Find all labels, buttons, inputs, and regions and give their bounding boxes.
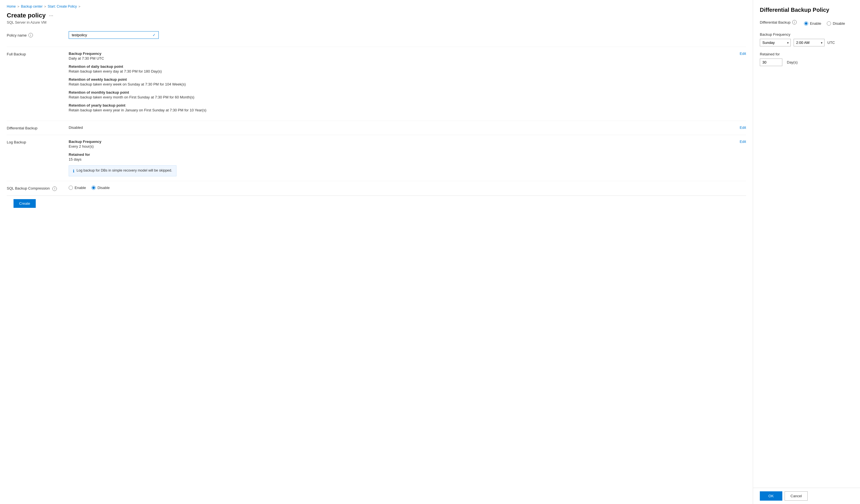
sql-compression-disable-option[interactable]: Disable — [91, 186, 110, 190]
full-backup-frequency-value: Daily at 7:30 PM UTC — [69, 56, 206, 60]
rp-differential-backup-label: Differential Backup i — [760, 20, 797, 25]
rp-differential-info-icon[interactable]: i — [792, 20, 797, 25]
breadcrumb-current: Start: Create Policy — [48, 4, 77, 9]
log-backup-retained-group: Retained for 15 days — [69, 152, 176, 161]
retention-weekly-value: Retain backup taken every week on Sunday… — [69, 82, 206, 86]
retention-daily-value: Retain backup taken every day at 7:30 PM… — [69, 69, 206, 73]
log-backup-frequency-value: Every 2 hour(s) — [69, 144, 176, 148]
create-button[interactable]: Create — [14, 199, 36, 208]
breadcrumb-sep2: > — [44, 5, 46, 8]
rp-time-select-wrapper: 12:00 AM 1:00 AM 2:00 AM 3:00 AM 4:00 AM… — [793, 39, 825, 46]
log-backup-info-box: ℹ Log backup for DBs in simple recovery … — [69, 165, 176, 176]
sql-compression-content: Enable Disable — [69, 186, 746, 190]
sql-compression-radio-group: Enable Disable — [69, 186, 746, 190]
log-backup-info-icon: ℹ — [73, 169, 74, 173]
full-backup-content: Backup Frequency Daily at 7:30 PM UTC Re… — [69, 51, 746, 116]
rp-differential-radio-group: Enable Disable — [804, 21, 845, 26]
right-bottom-bar: OK Cancel — [753, 488, 860, 504]
rp-disable-radio[interactable] — [827, 21, 831, 26]
log-backup-info-text: Log backup for DBs in simple recovery mo… — [76, 168, 172, 173]
page-title: Create policy — [7, 12, 46, 19]
breadcrumb-sep3: > — [78, 5, 80, 8]
differential-backup-content: Disabled Edit — [69, 125, 746, 130]
rp-day-select-wrapper: Sunday Monday Tuesday Wednesday Thursday… — [760, 39, 791, 46]
rp-backup-frequency-field: Backup Frequency Sunday Monday Tuesday W… — [760, 32, 853, 46]
full-backup-frequency-title: Backup Frequency — [69, 51, 206, 56]
policy-name-input-wrapper: ✓ — [69, 31, 159, 39]
log-backup-frequency-title: Backup Frequency — [69, 139, 176, 144]
retention-weekly-group: Retention of weekly backup point Retain … — [69, 77, 206, 86]
full-backup-label: Full Backup — [7, 51, 69, 56]
full-backup-edit-link[interactable]: Edit — [740, 51, 746, 56]
retention-daily-title: Retention of daily backup point — [69, 64, 206, 69]
rp-retained-row: Day(s) — [760, 59, 853, 66]
rp-disable-label: Disable — [833, 21, 845, 26]
rp-disable-option[interactable]: Disable — [827, 21, 845, 26]
rp-enable-option[interactable]: Enable — [804, 21, 821, 26]
retention-monthly-group: Retention of monthly backup point Retain… — [69, 90, 206, 99]
log-backup-row: Log Backup Backup Frequency Every 2 hour… — [7, 135, 746, 181]
breadcrumb-home[interactable]: Home — [7, 4, 16, 9]
sql-compression-label: SQL Backup Compression i — [7, 186, 69, 191]
log-backup-content: Backup Frequency Every 2 hour(s) Retaine… — [69, 139, 746, 176]
sql-compression-info-icon[interactable]: i — [52, 187, 57, 191]
retention-daily-group: Retention of daily backup point Retain b… — [69, 64, 206, 73]
rp-retained-field: Retained for Day(s) — [760, 52, 853, 66]
policy-name-row: Policy name i ✓ — [7, 31, 746, 39]
rp-utc-label: UTC — [827, 41, 835, 45]
policy-name-content: ✓ — [69, 31, 746, 39]
bottom-bar: Create — [7, 195, 746, 211]
policy-name-info-icon[interactable]: i — [28, 33, 33, 38]
retention-yearly-group: Retention of yearly backup point Retain … — [69, 103, 206, 112]
full-backup-row: Full Backup Backup Frequency Daily at 7:… — [7, 47, 746, 121]
retention-yearly-title: Retention of yearly backup point — [69, 103, 206, 107]
input-check-icon: ✓ — [153, 33, 156, 37]
differential-backup-edit-link[interactable]: Edit — [740, 125, 746, 130]
breadcrumb-backup-center[interactable]: Backup center — [21, 4, 43, 9]
policy-name-input[interactable] — [72, 33, 150, 37]
retention-yearly-value: Retain backup taken every year in Januar… — [69, 108, 206, 112]
retention-monthly-value: Retain backup taken every month on First… — [69, 95, 206, 99]
differential-backup-status: Disabled — [69, 125, 83, 130]
rp-backup-frequency-row: Sunday Monday Tuesday Wednesday Thursday… — [760, 39, 853, 46]
page-subtitle: SQL Server in Azure VM — [7, 20, 746, 25]
rp-retained-label: Retained for — [760, 52, 853, 56]
log-backup-label: Log Backup — [7, 139, 69, 144]
rp-retained-input[interactable] — [760, 59, 782, 66]
sql-compression-disable-radio[interactable] — [91, 186, 96, 190]
rp-enable-radio[interactable] — [804, 21, 808, 26]
sql-compression-disable-label: Disable — [97, 186, 110, 190]
more-button[interactable]: ··· — [48, 12, 54, 19]
rp-day-select[interactable]: Sunday Monday Tuesday Wednesday Thursday… — [760, 39, 791, 46]
rp-time-select[interactable]: 12:00 AM 1:00 AM 2:00 AM 3:00 AM 4:00 AM… — [793, 39, 825, 46]
log-backup-retained-value: 15 days — [69, 157, 176, 161]
cancel-button[interactable]: Cancel — [785, 491, 808, 501]
retention-weekly-title: Retention of weekly backup point — [69, 77, 206, 81]
rp-days-label: Day(s) — [787, 60, 798, 64]
ok-button[interactable]: OK — [760, 491, 782, 501]
rp-differential-backup-field: Differential Backup i Enable Disable — [760, 20, 853, 27]
log-backup-retained-title: Retained for — [69, 152, 176, 157]
retention-monthly-title: Retention of monthly backup point — [69, 90, 206, 94]
differential-backup-row: Differential Backup Disabled Edit — [7, 121, 746, 135]
log-backup-frequency-group: Backup Frequency Every 2 hour(s) — [69, 139, 176, 148]
rp-backup-frequency-label: Backup Frequency — [760, 32, 853, 36]
breadcrumb-sep1: > — [17, 5, 19, 8]
differential-backup-label: Differential Backup — [7, 125, 69, 130]
breadcrumb: Home > Backup center > Start: Create Pol… — [7, 4, 746, 9]
sql-compression-row: SQL Backup Compression i Enable Disable — [7, 181, 746, 195]
rp-differential-backup-row: Differential Backup i Enable Disable — [760, 20, 853, 27]
right-panel-title: Differential Backup Policy — [760, 7, 853, 13]
rp-enable-label: Enable — [810, 21, 821, 26]
right-panel: Differential Backup Policy Differential … — [753, 0, 860, 504]
sql-compression-enable-label: Enable — [75, 186, 86, 190]
policy-name-label: Policy name i — [7, 31, 69, 38]
sql-compression-enable-option[interactable]: Enable — [69, 186, 86, 190]
sql-compression-enable-radio[interactable] — [69, 186, 73, 190]
full-backup-frequency-group: Backup Frequency Daily at 7:30 PM UTC — [69, 51, 206, 60]
log-backup-edit-link[interactable]: Edit — [740, 139, 746, 144]
